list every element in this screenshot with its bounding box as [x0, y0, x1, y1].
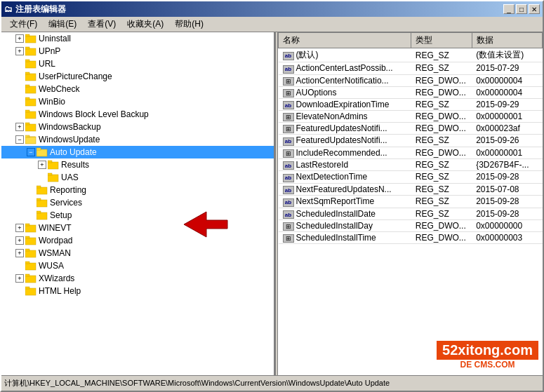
tree-label-windowsbackup: WindowsBackup: [39, 122, 101, 132]
table-row[interactable]: ⊞ActionCenterNotificatio...REG_DWO...0x0…: [279, 74, 543, 86]
tree-item-wsman[interactable]: + WSMAN: [1, 247, 274, 259]
main-window: 🗂 注册表编辑器 _ □ ✕ 文件(F) 编辑(E) 查看(V) 收藏夹(A) …: [0, 0, 544, 392]
tree-label-setup: Setup: [50, 210, 72, 220]
reg-name-cell: ⊞ActionCenterNotificatio...: [279, 74, 411, 86]
tree-item-wordpad[interactable]: + Wordpad: [1, 234, 274, 247]
svg-rect-12: [25, 111, 36, 119]
svg-rect-3: [25, 47, 29, 49]
tree-item-upnp[interactable]: + UPnP: [1, 45, 274, 58]
svg-rect-29: [37, 212, 47, 219]
reg-type-cell: REG_DWO...: [411, 232, 472, 244]
svg-rect-20: [37, 148, 41, 150]
close-button[interactable]: ✕: [529, 4, 540, 14]
registry-table: 名称 类型 数据 ab(默认)REG_SZ(数值未设置)abActionCent…: [278, 32, 543, 244]
table-row[interactable]: ⊞ScheduledInstallTimeREG_DWO...0x0000000…: [279, 232, 543, 244]
folder-icon: [37, 210, 48, 220]
expand-upnp[interactable]: +: [15, 47, 24, 55]
expand-autoupdate[interactable]: −: [27, 148, 35, 156]
table-row[interactable]: abDownloadExpirationTimeREG_SZ2015-09-29: [279, 98, 543, 111]
svg-rect-39: [25, 276, 36, 283]
tree-item-htmlhelp[interactable]: HTML Help: [1, 285, 274, 297]
reg-data-cell: 2015-09-28: [472, 208, 542, 220]
folder-icon: [25, 109, 37, 119]
expand-results[interactable]: +: [38, 161, 46, 169]
svg-rect-35: [25, 250, 36, 257]
menu-help[interactable]: 帮助(H): [169, 17, 209, 32]
svg-rect-34: [25, 236, 29, 238]
reg-type-cell: REG_DWO...: [411, 147, 472, 158]
expand-wordpad[interactable]: +: [15, 236, 24, 245]
table-row[interactable]: abNextSqmReportTimeREG_SZ2015-09-28: [279, 196, 543, 208]
svg-rect-6: [25, 74, 36, 81]
tree-item-wblb[interactable]: Windows Block Level Backup: [1, 108, 274, 121]
svg-rect-30: [37, 211, 41, 213]
reg-data-cell: 0x00000004: [472, 74, 542, 86]
table-row[interactable]: ⊞IncludeRecommended...REG_DWO...0x000000…: [279, 147, 543, 158]
table-row[interactable]: abLastRestoreIdREG_SZ{3D267B4F-...: [279, 158, 543, 171]
tree-item-winevt[interactable]: + WINEVT: [1, 222, 274, 234]
tree-label-services: Services: [50, 198, 82, 208]
table-row[interactable]: ⊞ScheduledInstallDayREG_DWO...0x00000000: [279, 220, 543, 232]
folder-icon: [37, 185, 48, 195]
table-row[interactable]: ⊞ElevateNonAdminsREG_DWO...0x00000001: [279, 111, 543, 123]
expand-xwizards[interactable]: +: [15, 274, 24, 283]
tree-panel[interactable]: + Uninstall + UPnP URL: [1, 32, 275, 375]
svg-rect-8: [25, 86, 36, 93]
table-row[interactable]: ⊞AUOptionsREG_DWO...0x00000004: [279, 86, 543, 98]
tree-label-wordpad: Wordpad: [39, 236, 72, 245]
tree-item-services[interactable]: Services: [1, 196, 274, 209]
folder-icon: [25, 223, 37, 233]
table-row[interactable]: abActionCenterLastPossib...REG_SZ2015-07…: [279, 62, 543, 75]
tree-item-setup[interactable]: Setup: [1, 209, 274, 222]
col-header-name[interactable]: 名称: [279, 33, 411, 48]
maximize-button[interactable]: □: [516, 4, 527, 14]
svg-rect-17: [25, 135, 29, 137]
tree-item-reporting[interactable]: Reporting: [1, 184, 274, 196]
tree-item-windowsupdate[interactable]: − WindowsUpdate: [1, 133, 274, 146]
reg-data-cell: 2015-09-26: [472, 135, 542, 147]
reg-type-cell: REG_SZ: [411, 62, 472, 75]
reg-type-cell: REG_SZ: [411, 98, 472, 111]
tree-item-results[interactable]: + Results: [1, 158, 274, 171]
svg-rect-23: [48, 175, 58, 182]
tree-item-xwizards[interactable]: + XWizards: [1, 272, 274, 285]
folder-icon: [25, 236, 37, 245]
table-row[interactable]: ⊞FeaturedUpdatesNotifi...REG_DWO...0x000…: [279, 123, 543, 135]
reg-data-cell: (数值未设置): [472, 48, 542, 62]
menu-view[interactable]: 查看(V): [82, 17, 121, 32]
expand-winevt[interactable]: +: [15, 224, 24, 232]
col-header-data[interactable]: 数据: [472, 33, 542, 48]
tree-item-autoupdate[interactable]: − Auto Update: [1, 146, 274, 158]
tree-item-winbio[interactable]: WinBio: [1, 95, 274, 108]
svg-rect-22: [48, 161, 52, 163]
reg-type-cell: REG_SZ: [411, 183, 472, 196]
col-header-type[interactable]: 类型: [411, 33, 472, 48]
tree-item-url[interactable]: URL: [1, 58, 274, 70]
table-row[interactable]: abScheduledInstallDateREG_SZ2015-09-28: [279, 208, 543, 220]
expand-wsman[interactable]: +: [15, 249, 24, 257]
folder-icon: [25, 286, 37, 296]
minimize-button[interactable]: _: [503, 4, 515, 14]
menu-edit[interactable]: 编辑(E): [43, 17, 82, 32]
menu-file[interactable]: 文件(F): [4, 17, 43, 32]
main-area: + Uninstall + UPnP URL: [1, 32, 543, 375]
expand-windowsbackup[interactable]: +: [15, 123, 24, 131]
svg-rect-2: [25, 48, 36, 55]
expand-uninstall[interactable]: +: [15, 34, 24, 43]
svg-rect-42: [25, 287, 29, 289]
tree-item-webcheck[interactable]: WebCheck: [1, 83, 274, 95]
table-row[interactable]: abFeaturedUpdatesNotifi...REG_SZ2015-09-…: [279, 135, 543, 147]
menu-favorites[interactable]: 收藏夹(A): [121, 17, 169, 32]
table-row[interactable]: abNextFeaturedUpdatesN...REG_SZ2015-07-0…: [279, 183, 543, 196]
title-bar: 🗂 注册表编辑器 _ □ ✕: [1, 1, 543, 17]
registry-panel[interactable]: 名称 类型 数据 ab(默认)REG_SZ(数值未设置)abActionCent…: [278, 32, 543, 375]
table-row[interactable]: abNextDetectionTimeREG_SZ2015-09-28: [279, 171, 543, 184]
tree-item-userpicturechange[interactable]: UserPictureChange: [1, 70, 274, 83]
status-text: 计算机\HKEY_LOCAL_MACHINE\SOFTWARE\Microsof…: [4, 378, 390, 388]
tree-item-wusa[interactable]: WUSA: [1, 259, 274, 272]
tree-item-windowsbackup[interactable]: + WindowsBackup: [1, 121, 274, 133]
expand-windowsupdate[interactable]: −: [15, 135, 24, 144]
tree-item-uninstall[interactable]: + Uninstall: [1, 32, 274, 45]
tree-item-uas[interactable]: UAS: [1, 171, 274, 184]
table-row[interactable]: ab(默认)REG_SZ(数值未设置): [279, 48, 543, 62]
